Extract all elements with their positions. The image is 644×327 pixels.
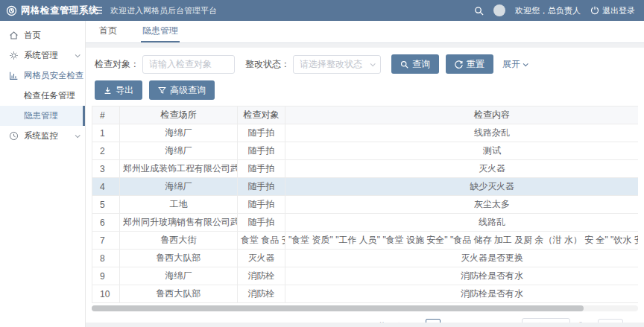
user-greeting: 欢迎您，总负责人 [515,5,581,16]
table-row[interactable]: 3 郑州业成装饰工程有限公司武陟节能建材分公司 随手拍 灭火器 [92,160,639,178]
jump-label: 跳至 [575,321,593,323]
pagination-total: 1-10 共35条 [358,321,404,323]
page-number-4[interactable]: 4 [486,319,501,323]
header-right: 欢迎您，总负责人 退出登录 [474,4,644,16]
col-object: 检查对象 [238,107,285,124]
table-row[interactable]: 1 海绵厂 随手拍 线路杂乱 [92,124,639,142]
table-row-highlighted[interactable]: 4 海绵厂 随手拍 缺少灭火器 [92,178,639,196]
bar-chart-icon [9,71,19,80]
jump-unit: 页 [628,321,637,323]
download-icon [104,86,112,95]
tab-bar: 首页 隐患管理 [86,21,644,43]
welcome-text: 欢迎进入网格员后台管理平台 [110,5,217,16]
funnel-icon [158,86,166,95]
expand-link[interactable]: 展开 [502,58,527,71]
search-icon [400,60,408,69]
pagination: 1-10 共35条 1 2 3 4 10条/页 跳至 页 [92,311,638,323]
horizontal-scrollbar[interactable] [92,305,638,311]
table-row[interactable]: 7 鲁西大街 食堂 食品 安 全 "食堂 资质" "工作 人员" "食堂 设施 … [92,232,639,250]
app-title: 网格检查管理系统 [21,4,98,17]
inspection-object-input[interactable] [142,55,235,74]
sidebar-item-system-monitor[interactable]: 系统监控 [0,126,85,146]
prev-page-button[interactable] [410,319,420,323]
sidebar-item-home[interactable]: 首页 [0,25,85,45]
rectify-status-select[interactable]: 请选择整改状态 [293,55,381,74]
table-row[interactable]: 9 海绵厂 消防栓 消防栓是否有水 [92,267,639,285]
tab-home[interactable]: 首页 [98,21,119,42]
sidebar-item-inspection-task-management[interactable]: 检查任务管理 [0,86,85,106]
main-content: 首页 隐患管理 检查对象： 整改状态： 请选择整改状态 查询 [86,21,644,327]
refresh-icon [455,60,463,69]
table-toolbar: 导出 高级查询 [92,77,638,106]
app-logo-icon [6,5,17,16]
search-icon[interactable] [474,6,484,16]
filter-bar: 检查对象： 整改状态： 请选择整改状态 查询 重置 展开 [92,48,638,77]
sidebar: 首页 系统管理 网格员安全检查 检查任务管理 隐患管理 系统监控 [0,21,86,327]
app-header: 网格检查管理系统 欢迎进入网格员后台管理平台 欢迎您，总负责人 退出登录 [0,0,644,21]
page-number-2[interactable]: 2 [446,319,461,323]
page-size-select[interactable]: 10条/页 [522,318,570,323]
gear-icon [9,51,19,60]
table-header-row: # 检查场所 检查对象 检查内容 [92,107,639,124]
table-row[interactable]: 2 海绵厂 随手拍 测试 [92,142,639,160]
chevron-down-icon [370,61,376,66]
logout-button[interactable]: 退出登录 [590,5,635,16]
rectify-status-label: 整改状态： [245,58,290,71]
export-button[interactable]: 导出 [95,80,142,100]
tab-hidden-danger-management[interactable]: 隐患管理 [141,21,180,42]
page-number-3[interactable]: 3 [466,319,481,323]
page-number-1[interactable]: 1 [426,319,441,323]
power-icon [590,6,599,15]
inspection-table: # 检查场所 检查对象 检查内容 1 海绵厂 随手拍 线路杂乱 2 [92,106,638,303]
chevron-down-icon [75,133,80,138]
table-row[interactable]: 8 鲁西大队部 灭火器 灭火器是否更换 [92,250,639,267]
chevron-down-icon [75,52,80,57]
collapse-sidebar-icon[interactable] [92,6,103,15]
col-content: 检查内容 [285,107,639,124]
search-button[interactable]: 查询 [391,54,439,74]
inspection-object-label: 检查对象： [95,58,139,71]
table-row[interactable]: 6 郑州同升玻璃销售有限公司武陟分公司 随手拍 线路乱 [92,214,639,232]
jump-page-input[interactable] [598,319,623,323]
col-index: # [92,107,120,124]
table-row[interactable]: 10 鲁西大队部 消防栓 消防栓是否有水 [92,285,639,303]
reset-button[interactable]: 重置 [446,54,493,74]
sidebar-item-hidden-danger-management[interactable]: 隐患管理 [0,106,85,126]
monitor-icon [9,131,19,141]
brand: 网格检查管理系统 [0,4,86,17]
table-row[interactable]: 5 工地 随手拍 灰尘太多 [92,196,639,214]
col-place: 检查场所 [120,107,238,124]
chevron-down-icon [523,61,528,66]
sidebar-item-system-management[interactable]: 系统管理 [0,45,85,66]
home-icon [9,31,19,40]
next-page-button[interactable] [506,319,517,323]
content-card: 检查对象： 整改状态： 请选择整改状态 查询 重置 展开 [86,48,644,323]
data-table-wrap: # 检查场所 检查对象 检查内容 1 海绵厂 随手拍 线路杂乱 2 [92,106,638,303]
sidebar-item-grid-safety-inspection[interactable]: 网格员安全检查 [0,66,85,86]
avatar[interactable] [493,4,505,16]
advanced-query-button[interactable]: 高级查询 [149,80,215,100]
scrollbar-thumb[interactable] [92,305,584,311]
